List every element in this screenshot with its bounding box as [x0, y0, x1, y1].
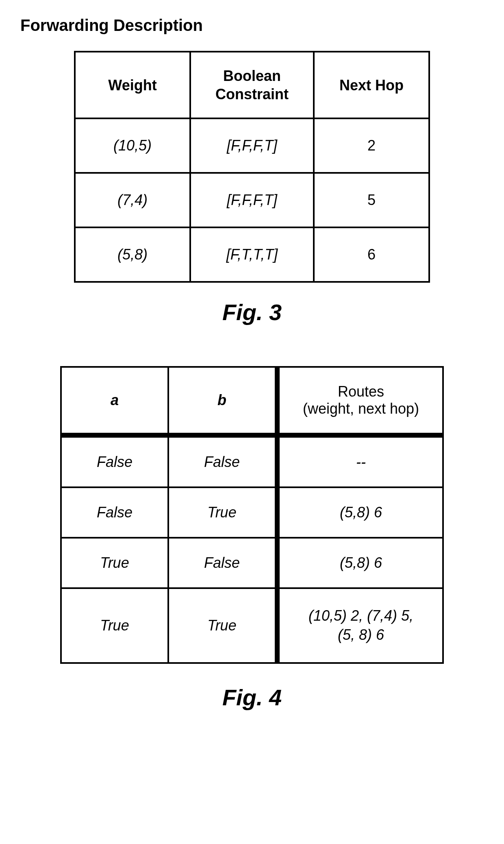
fig4-table-wrap: a b Routes(weight, next hop) False False…: [20, 366, 484, 664]
fig3-caption: Fig. 3: [20, 299, 484, 325]
fig4-header-routes: Routes(weight, next hop): [277, 367, 443, 435]
fig3-weight: (10,5): [75, 118, 190, 173]
fig3-table-wrap: Weight BooleanConstraint Next Hop (10,5)…: [20, 51, 484, 283]
table-row: (10,5) [F,F,F,T] 2: [75, 118, 429, 173]
fig3-next: 2: [314, 118, 429, 173]
fig4-header-a: a: [61, 367, 168, 435]
fig4-routes: (5,8) 6: [277, 487, 443, 538]
table-row: (5,8) [F,T,T,T] 6: [75, 227, 429, 282]
fig3-bool: [F,F,F,T]: [190, 173, 314, 227]
fig3-header-bool: BooleanConstraint: [190, 52, 314, 118]
fig4-b: True: [168, 487, 277, 538]
fig4-caption: Fig. 4: [20, 684, 484, 711]
fig3-bool: [F,F,F,T]: [190, 118, 314, 173]
table-row: (7,4) [F,F,F,T] 5: [75, 173, 429, 227]
fig4-routes: (10,5) 2, (7,4) 5,(5, 8) 6: [277, 588, 443, 663]
fig4-routes: (5,8) 6: [277, 538, 443, 588]
table-row: True False (5,8) 6: [61, 538, 443, 588]
fig4-a: False: [61, 435, 168, 487]
fig3-bool: [F,T,T,T]: [190, 227, 314, 282]
fig4-routes: --: [277, 435, 443, 487]
fig3-header-next: Next Hop: [314, 52, 429, 118]
page-title: Forwarding Description: [20, 16, 484, 35]
table-row: True True (10,5) 2, (7,4) 5,(5, 8) 6: [61, 588, 443, 663]
fig3-table: Weight BooleanConstraint Next Hop (10,5)…: [74, 51, 430, 283]
fig4-a: False: [61, 487, 168, 538]
fig4-b: True: [168, 588, 277, 663]
fig4-a: True: [61, 538, 168, 588]
table-row: False False --: [61, 435, 443, 487]
fig3-weight: (5,8): [75, 227, 190, 282]
fig4-b: False: [168, 435, 277, 487]
fig4-a: True: [61, 588, 168, 663]
fig4-table: a b Routes(weight, next hop) False False…: [60, 366, 444, 664]
fig4-b: False: [168, 538, 277, 588]
fig3-weight: (7,4): [75, 173, 190, 227]
fig3-next: 6: [314, 227, 429, 282]
fig3-header-weight: Weight: [75, 52, 190, 118]
fig4-header-b: b: [168, 367, 277, 435]
fig3-next: 5: [314, 173, 429, 227]
table-row: False True (5,8) 6: [61, 487, 443, 538]
